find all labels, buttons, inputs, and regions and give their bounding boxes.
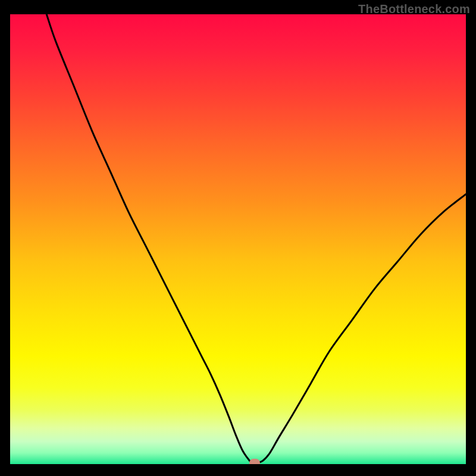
gradient-background bbox=[10, 14, 466, 464]
chart-frame: TheBottleneck.com bbox=[0, 0, 476, 476]
optimal-marker bbox=[249, 459, 260, 464]
plot-area bbox=[10, 14, 466, 464]
plot-svg bbox=[10, 14, 466, 464]
watermark-text: TheBottleneck.com bbox=[358, 2, 470, 16]
